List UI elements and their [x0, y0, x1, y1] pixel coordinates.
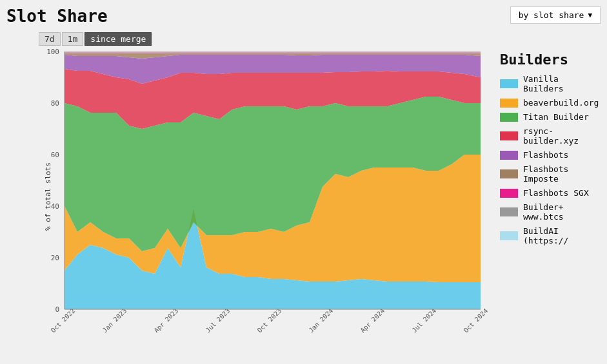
svg-text:Oct 2023: Oct 2023 [256, 307, 283, 334]
legend-color-buildai [500, 231, 518, 240]
sort-dropdown[interactable]: by slot share ▼ [510, 6, 601, 24]
time-filter-1m[interactable]: 1m [62, 32, 84, 46]
main-container: by slot share ▼ Slot Share 7d 1m since m… [0, 0, 607, 364]
legend-item-buildai: BuildAI (https:// [500, 226, 601, 245]
legend-color-titan [500, 113, 518, 122]
svg-text:Apr 2023: Apr 2023 [153, 307, 180, 334]
legend-item-builderplus: Builder+ www.btcs [500, 202, 601, 222]
svg-text:100: 100 [46, 48, 59, 56]
legend-label-rsync: rsync-builder.xyz [523, 126, 601, 146]
legend-item-imposte: Flashbots Imposte [500, 164, 601, 184]
legend-item-vanilla: Vanilla Builders [500, 74, 601, 93]
svg-text:Jul 2024: Jul 2024 [411, 307, 438, 334]
legend-area: Builders Vanilla Builders beaverbuild.or… [490, 48, 601, 345]
svg-text:Apr 2024: Apr 2024 [359, 307, 386, 334]
dropdown-area: by slot share ▼ [510, 6, 601, 24]
legend-color-beaver [500, 99, 518, 108]
legend-color-vanilla [500, 79, 518, 88]
legend-color-imposte [500, 169, 518, 178]
legend-item-beaver: beaverbuild.org [500, 98, 601, 108]
svg-text:20: 20 [51, 254, 59, 262]
svg-text:Jan 2024: Jan 2024 [308, 307, 335, 334]
svg-text:60: 60 [51, 151, 59, 159]
time-filter-7d[interactable]: 7d [39, 32, 61, 46]
chart-area: 100 80 60 40 20 0 Oct 2022 Jan 2023 Apr … [39, 48, 490, 345]
legend-label-flashbots: Flashbots [523, 150, 568, 160]
legend-label-builderplus: Builder+ www.btcs [523, 202, 601, 222]
dropdown-label: by slot share [519, 10, 584, 20]
time-filter-since-merge[interactable]: since merge [85, 32, 152, 46]
svg-text:40: 40 [51, 202, 59, 211]
legend-label-buildai: BuildAI (https:// [523, 226, 601, 245]
legend-label-beaver: beaverbuild.org [523, 98, 599, 108]
chart-svg: 100 80 60 40 20 0 Oct 2022 Jan 2023 Apr … [39, 48, 490, 345]
legend-label-sgx: Flashbots SGX [523, 188, 589, 198]
svg-marker-29 [65, 52, 481, 52]
svg-text:Jul 2023: Jul 2023 [204, 307, 232, 334]
svg-text:0: 0 [55, 305, 59, 314]
legend-item-flashbots: Flashbots [500, 150, 601, 160]
chart-wrapper: % of total slots 100 80 60 40 [39, 48, 490, 345]
page-title: Slot Share [6, 6, 108, 26]
legend-item-sgx: Flashbots SGX [500, 188, 601, 198]
legend-item-titan: Titan Builder [500, 112, 601, 122]
legend-label-vanilla: Vanilla Builders [523, 74, 601, 93]
legend-color-flashbots [500, 151, 518, 160]
legend-label-titan: Titan Builder [523, 112, 589, 122]
svg-text:80: 80 [51, 99, 59, 108]
legend-color-builderplus [500, 207, 518, 216]
legend-color-rsync [500, 131, 518, 140]
legend-item-rsync: rsync-builder.xyz [500, 126, 601, 146]
legend-color-sgx [500, 189, 518, 198]
svg-text:Oct 2022: Oct 2022 [50, 307, 77, 334]
legend-title: Builders [500, 52, 601, 68]
time-filter-bar: 7d 1m since merge [39, 32, 601, 46]
legend-label-imposte: Flashbots Imposte [523, 164, 601, 184]
dropdown-arrow-icon: ▼ [588, 11, 592, 19]
main-content: % of total slots 100 80 60 40 [6, 48, 601, 345]
svg-text:Oct 2024: Oct 2024 [463, 307, 490, 334]
svg-text:Jan 2023: Jan 2023 [101, 307, 128, 334]
